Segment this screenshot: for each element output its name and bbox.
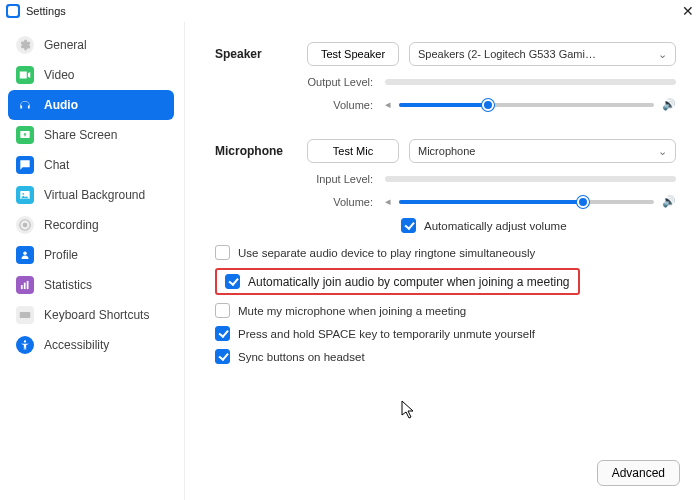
accessibility-icon — [16, 336, 34, 354]
settings-panel-audio: Speaker Test Speaker Speakers (2- Logite… — [185, 22, 700, 500]
mute-on-join-label: Mute my microphone when joining a meetin… — [238, 305, 466, 317]
sidebar-item-virtual-background[interactable]: Virtual Background — [8, 180, 174, 210]
microphone-heading: Microphone — [215, 144, 307, 158]
settings-sidebar: General Video Audio Share Screen Chat — [0, 22, 185, 500]
sync-headset-label: Sync buttons on headset — [238, 351, 365, 363]
volume-high-icon: 🔊 — [662, 98, 676, 111]
mic-device-select[interactable]: Microphone ⌄ — [409, 139, 676, 163]
sidebar-item-chat[interactable]: Chat — [8, 150, 174, 180]
record-icon — [16, 216, 34, 234]
mic-volume-slider[interactable] — [399, 200, 654, 204]
svg-point-3 — [22, 193, 24, 195]
sidebar-item-label: Video — [44, 68, 74, 82]
sidebar-item-audio[interactable]: Audio — [8, 90, 174, 120]
zoom-app-icon — [6, 4, 20, 18]
input-level-meter — [385, 176, 676, 182]
advanced-button[interactable]: Advanced — [597, 460, 680, 486]
keyboard-icon — [16, 306, 34, 324]
sidebar-item-profile[interactable]: Profile — [8, 240, 174, 270]
sidebar-item-label: General — [44, 38, 87, 52]
test-mic-button[interactable]: Test Mic — [307, 139, 399, 163]
input-level-label: Input Level: — [215, 173, 385, 185]
video-icon — [16, 66, 34, 84]
sidebar-item-share-screen[interactable]: Share Screen — [8, 120, 174, 150]
sidebar-item-label: Share Screen — [44, 128, 117, 142]
separate-ringtone-label: Use separate audio device to play ringto… — [238, 247, 535, 259]
speaker-volume-label: Volume: — [215, 99, 385, 111]
stats-icon — [16, 276, 34, 294]
mic-device-value: Microphone — [418, 145, 475, 157]
separate-ringtone-checkbox[interactable] — [215, 245, 230, 260]
sidebar-item-label: Audio — [44, 98, 78, 112]
chevron-down-icon: ⌄ — [658, 145, 667, 158]
sidebar-item-video[interactable]: Video — [8, 60, 174, 90]
output-level-label: Output Level: — [215, 76, 385, 88]
volume-high-icon: 🔊 — [662, 195, 676, 208]
svg-point-11 — [24, 340, 26, 342]
auto-adjust-volume-checkbox[interactable] — [401, 218, 416, 233]
sync-headset-checkbox[interactable] — [215, 349, 230, 364]
sidebar-item-label: Virtual Background — [44, 188, 145, 202]
title-bar: Settings ✕ — [0, 0, 700, 22]
chevron-down-icon: ⌄ — [658, 48, 667, 61]
sidebar-item-general[interactable]: General — [8, 30, 174, 60]
auto-adjust-volume-label: Automatically adjust volume — [424, 220, 567, 232]
svg-rect-9 — [27, 281, 29, 289]
mic-volume-label: Volume: — [215, 196, 385, 208]
sidebar-item-recording[interactable]: Recording — [8, 210, 174, 240]
svg-point-5 — [23, 223, 28, 228]
speaker-device-select[interactable]: Speakers (2- Logitech G533 Gami… ⌄ — [409, 42, 676, 66]
image-icon — [16, 186, 34, 204]
share-screen-icon — [16, 126, 34, 144]
sidebar-item-label: Chat — [44, 158, 69, 172]
profile-icon — [16, 246, 34, 264]
svg-point-6 — [23, 252, 27, 256]
chat-icon — [16, 156, 34, 174]
speaker-heading: Speaker — [215, 47, 307, 61]
space-unmute-label: Press and hold SPACE key to temporarily … — [238, 328, 535, 340]
sidebar-item-label: Statistics — [44, 278, 92, 292]
window-title: Settings — [26, 5, 66, 17]
sidebar-item-label: Recording — [44, 218, 99, 232]
headphones-icon — [16, 96, 34, 114]
sidebar-item-label: Accessibility — [44, 338, 109, 352]
auto-join-audio-label: Automatically join audio by computer whe… — [248, 275, 570, 289]
sidebar-item-label: Profile — [44, 248, 78, 262]
mute-on-join-checkbox[interactable] — [215, 303, 230, 318]
svg-rect-10 — [20, 312, 31, 318]
svg-rect-8 — [24, 283, 26, 289]
sidebar-item-statistics[interactable]: Statistics — [8, 270, 174, 300]
sidebar-item-keyboard-shortcuts[interactable]: Keyboard Shortcuts — [8, 300, 174, 330]
cursor-icon — [401, 400, 417, 420]
space-unmute-checkbox[interactable] — [215, 326, 230, 341]
test-speaker-button[interactable]: Test Speaker — [307, 42, 399, 66]
auto-join-audio-checkbox[interactable] — [225, 274, 240, 289]
speaker-device-value: Speakers (2- Logitech G533 Gami… — [418, 48, 596, 60]
highlight-auto-join: Automatically join audio by computer whe… — [215, 268, 580, 295]
speaker-volume-slider[interactable] — [399, 103, 654, 107]
gear-icon — [16, 36, 34, 54]
output-level-meter — [385, 79, 676, 85]
close-icon[interactable]: ✕ — [682, 3, 694, 19]
sidebar-item-label: Keyboard Shortcuts — [44, 308, 149, 322]
svg-rect-7 — [21, 285, 23, 289]
sidebar-item-accessibility[interactable]: Accessibility — [8, 330, 174, 360]
